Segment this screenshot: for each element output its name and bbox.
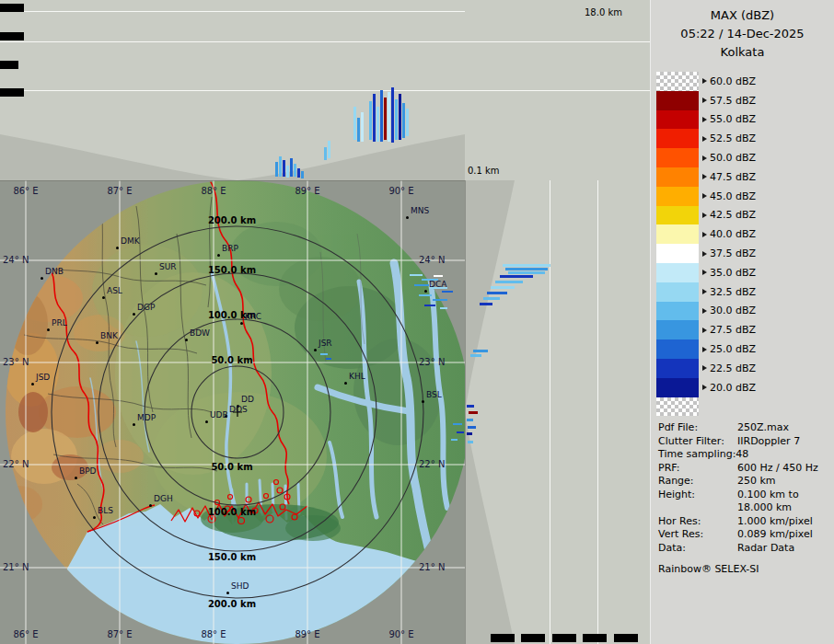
legend-label: 27.5 dBZ	[702, 324, 756, 336]
legend-row: 60.0 dBZ	[656, 72, 756, 91]
legend-label: 22.5 dBZ	[702, 362, 756, 374]
info-value: IIRDoppler 7	[737, 435, 800, 449]
legend-tick-icon	[702, 117, 707, 122]
legend-tick-icon	[702, 155, 707, 161]
info-row: Range:250 km	[658, 475, 832, 489]
side-cross-section-panel	[465, 180, 650, 644]
city-dot	[155, 272, 157, 275]
info-row: Vert Res:0.089 km/pixel	[658, 528, 832, 542]
echo-mark	[505, 268, 548, 270]
axis-corner-panel: 18.0 km 0.1 km	[465, 0, 650, 180]
echo-mark	[388, 92, 390, 142]
echo-mark	[503, 264, 550, 267]
legend-row: 37.5 dBZ	[656, 244, 756, 263]
legend-swatch	[656, 91, 699, 110]
legend-row: 52.5 dBZ	[656, 129, 756, 148]
legend-row: 50.0 dBZ	[656, 148, 756, 167]
city-label: DD	[241, 395, 254, 404]
info-label: Vert Res:	[658, 528, 737, 542]
echo-mark	[410, 274, 423, 276]
legend-tick-icon	[702, 251, 707, 257]
info-row: Clutter Filter:IIRDoppler 7	[658, 435, 832, 449]
city-label: KRC	[245, 312, 261, 321]
echo-mark	[376, 107, 379, 142]
legend-row: 25.0 dBZ	[656, 339, 756, 359]
echo-mark	[353, 107, 356, 140]
legend-label-text: 47.5 dBZ	[710, 171, 756, 183]
echo-mark	[391, 87, 394, 143]
lon-label-top: 88° E	[201, 186, 226, 196]
info-row: PRF:600 Hz / 450 Hz	[658, 462, 832, 476]
legend-swatch	[656, 244, 699, 263]
lat-label-left: 23° N	[3, 357, 29, 367]
city-dot	[314, 349, 317, 351]
echo-mark	[483, 297, 500, 300]
legend-row: 35.0 dBZ	[656, 263, 756, 282]
echo-mark	[468, 426, 476, 429]
legend-label: 55.0 dBZ	[702, 113, 756, 125]
city-label: DOS	[229, 405, 248, 414]
range-ring-label: 100.0 km	[208, 507, 256, 517]
info-value: 250 km	[737, 475, 776, 489]
lon-label-bottom: 88° E	[201, 629, 226, 639]
city-dot	[116, 247, 119, 249]
info-label: Range:	[658, 475, 737, 489]
legend-tick-icon	[702, 308, 707, 314]
range-ring-label: 150.0 km	[208, 265, 256, 275]
lat-label-left: 21° N	[3, 562, 29, 572]
info-label: Height:	[658, 489, 737, 502]
legend-swatch	[656, 187, 699, 206]
echo-mark	[357, 118, 360, 142]
legend-swatch	[656, 167, 699, 187]
legend-swatch	[656, 359, 699, 378]
legend-swatch	[656, 339, 699, 359]
legend-swatch	[656, 320, 699, 339]
echo-mark	[294, 164, 296, 177]
city-dot	[41, 277, 43, 280]
echo-mark	[373, 94, 376, 142]
legend-row: 20.0 dBZ	[656, 378, 756, 397]
echo-mark	[301, 171, 304, 178]
info-value: Radar Data	[737, 542, 794, 556]
legend-label: 45.0 dBZ	[702, 190, 756, 202]
height-grid-line	[465, 41, 650, 42]
legend-row: 57.5 dBZ	[656, 91, 756, 110]
echo-mark	[434, 275, 443, 277]
legend-label: 30.0 dBZ	[702, 305, 756, 316]
legend-label: 52.5 dBZ	[702, 132, 756, 144]
echo-mark	[500, 275, 533, 278]
station-name: Kolkata	[651, 43, 834, 62]
city-label: BDW	[190, 328, 210, 338]
legend-tick-icon	[702, 270, 707, 275]
info-label: PRF:	[658, 462, 737, 476]
info-block: Pdf File:250Z.maxClutter Filter:IIRDoppl…	[658, 421, 832, 555]
legend-tick-icon	[702, 78, 707, 84]
city-label: ASL	[107, 286, 122, 295]
legend-label-text: 52.5 dBZ	[710, 132, 756, 144]
echo-mark	[508, 271, 545, 274]
legend-label-text: 30.0 dBZ	[710, 305, 756, 316]
lat-label-right: 21° N	[419, 562, 445, 572]
echo-mark	[399, 94, 401, 140]
info-value: 0.100 km to	[737, 489, 799, 502]
city-label: MNS	[411, 206, 429, 215]
city-dot	[406, 216, 409, 219]
top-echoes	[0, 0, 465, 180]
city-label: PRL	[52, 318, 67, 328]
legend-row: 40.0 dBZ	[656, 224, 756, 244]
legend-label-text: 60.0 dBZ	[710, 75, 756, 87]
legend-label-text: 57.5 dBZ	[710, 95, 756, 107]
legend-label: 25.0 dBZ	[702, 343, 756, 355]
city-label: DMK	[121, 236, 140, 246]
lon-label-bottom: 86° E	[13, 629, 38, 639]
echo-mark	[324, 147, 327, 160]
echo-mark	[487, 292, 507, 294]
range-ring-label: 50.0 km	[211, 355, 252, 365]
lat-label-left: 24° N	[3, 255, 29, 265]
city-dot	[93, 516, 96, 519]
echo-mark	[491, 286, 515, 289]
echo-mark	[297, 168, 300, 178]
echo-mark	[442, 291, 453, 293]
lat-label-right: 22° N	[419, 459, 445, 469]
legend-label-text: 45.0 dBZ	[710, 190, 756, 202]
